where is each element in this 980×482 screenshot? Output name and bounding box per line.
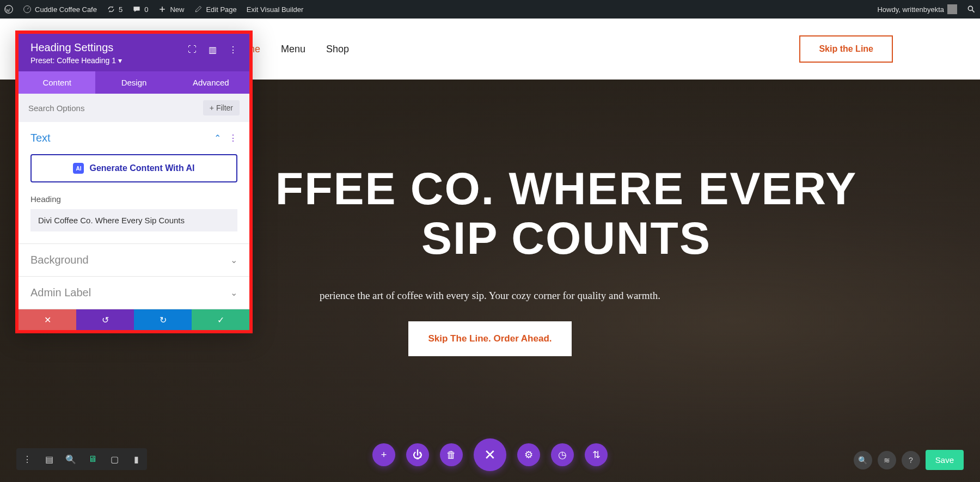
undo-button[interactable]: ↺	[76, 309, 134, 330]
section-text: Text ⌃⋮ AI Generate Content With AI Head…	[19, 122, 249, 244]
redo-button[interactable]: ↻	[134, 309, 192, 330]
wireframe-icon[interactable]: ▤	[38, 448, 60, 470]
wp-admin-bar: Cuddle Coffee Cafe 5 0 New Edit Page Exi…	[0, 0, 980, 19]
cancel-button[interactable]: ✕	[19, 309, 76, 330]
heading-settings-panel: Heading Settings Preset: Coffee Heading …	[15, 30, 253, 333]
hero-cta-button[interactable]: Skip The Line. Order Ahead.	[408, 321, 571, 356]
heading-field-input[interactable]	[30, 209, 237, 231]
panel-tabs: Content Design Advanced	[19, 71, 249, 94]
tab-content[interactable]: Content	[19, 71, 95, 94]
add-button[interactable]: +	[372, 443, 395, 466]
chevron-down-icon: ⌄	[230, 288, 237, 298]
history-button[interactable]: ◷	[551, 443, 574, 466]
section-text-head[interactable]: Text ⌃⋮	[19, 122, 249, 154]
pencil-icon	[194, 5, 203, 14]
builder-toolbar-center: + ⏻ 🗑 ✕ ⚙ ◷ ⇅	[372, 438, 608, 471]
kebab-icon[interactable]: ⋮	[16, 448, 38, 470]
tab-design[interactable]: Design	[95, 71, 172, 94]
hero-subtitle: perience the art of coffee with every si…	[320, 290, 660, 302]
builder-toolbar-right: 🔍 ≋ ? Save	[854, 450, 964, 470]
wp-logo-icon[interactable]	[4, 5, 13, 14]
heading-field-label: Heading	[30, 194, 237, 204]
nav-menu[interactable]: Menu	[281, 44, 305, 55]
panel-search-row: +Filter	[19, 94, 249, 122]
chevron-down-icon: ⌄	[230, 255, 237, 265]
tab-advanced[interactable]: Advanced	[173, 71, 249, 94]
help-icon[interactable]: ?	[902, 451, 920, 469]
nav-shop[interactable]: Shop	[326, 44, 349, 55]
ai-icon: AI	[73, 163, 84, 174]
kebab-icon[interactable]: ⋮	[229, 133, 237, 143]
kebab-icon[interactable]: ⋮	[229, 45, 237, 55]
hero-heading[interactable]: FFEE CO. WHERE EVERY SIP COUNTS	[240, 164, 893, 263]
panel-footer: ✕ ↺ ↻ ✓	[19, 309, 249, 330]
site-name-link[interactable]: Cuddle Coffee Cafe	[23, 5, 97, 14]
save-button[interactable]: Save	[926, 450, 964, 470]
confirm-button[interactable]: ✓	[192, 309, 249, 330]
comments-link[interactable]: 0	[132, 5, 148, 14]
filter-button[interactable]: +Filter	[203, 100, 240, 115]
avatar	[947, 4, 957, 14]
search-options-input[interactable]	[28, 103, 203, 113]
dashboard-icon	[23, 5, 32, 14]
generate-ai-button[interactable]: AI Generate Content With AI	[30, 154, 237, 182]
comment-icon	[132, 5, 141, 14]
section-background: Background ⌄	[19, 244, 249, 277]
howdy-link[interactable]: Howdy, writtenbyekta	[877, 4, 957, 14]
preset-dropdown[interactable]: Preset: Coffee Heading 1 ▾	[30, 56, 237, 65]
edit-page-link[interactable]: Edit Page	[194, 5, 236, 14]
sort-button[interactable]: ⇅	[585, 443, 608, 466]
section-background-head[interactable]: Background ⌄	[19, 244, 249, 276]
power-button[interactable]: ⏻	[406, 443, 429, 466]
plus-icon	[158, 5, 167, 14]
close-builder-button[interactable]: ✕	[474, 438, 506, 471]
panel-header: Heading Settings Preset: Coffee Heading …	[19, 34, 249, 71]
refresh-icon	[107, 5, 115, 14]
responsive-icon[interactable]: ▥	[209, 45, 217, 55]
svg-point-2	[968, 6, 972, 10]
desktop-icon[interactable]: 🖥	[82, 448, 103, 470]
tablet-icon[interactable]: ▢	[103, 448, 125, 470]
section-admin-label: Admin Label ⌄	[19, 277, 249, 309]
exit-builder-link[interactable]: Exit Visual Builder	[247, 5, 304, 14]
updates-link[interactable]: 5	[107, 5, 122, 14]
section-admin-head[interactable]: Admin Label ⌄	[19, 277, 249, 309]
mobile-icon[interactable]: ▮	[125, 448, 147, 470]
skip-line-button[interactable]: Skip the Line	[799, 35, 893, 63]
new-link[interactable]: New	[158, 5, 184, 14]
plus-icon: +	[210, 103, 214, 112]
expand-icon[interactable]: ⛶	[188, 45, 197, 55]
search-small-icon[interactable]: 🔍	[854, 451, 872, 469]
search-icon[interactable]	[967, 5, 976, 14]
trash-button[interactable]: 🗑	[440, 443, 463, 466]
chevron-up-icon: ⌃	[214, 133, 221, 143]
zoom-icon[interactable]: 🔍	[60, 448, 82, 470]
builder-toolbar-left: ⋮ ▤ 🔍 🖥 ▢ ▮	[16, 448, 147, 470]
layers-icon[interactable]: ≋	[878, 451, 896, 469]
settings-gear-button[interactable]: ⚙	[517, 443, 540, 466]
